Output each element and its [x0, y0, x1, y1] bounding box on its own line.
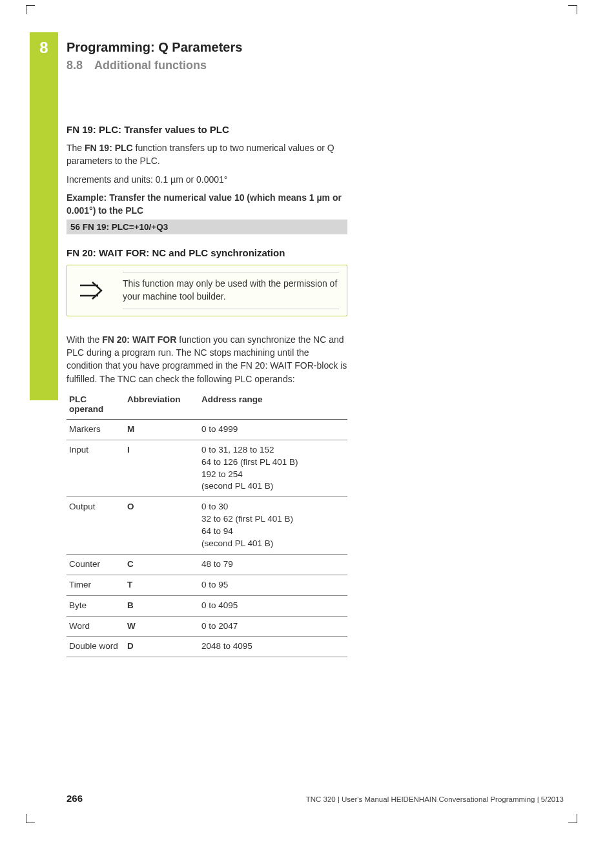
td-range: 0 to 4999 [199, 419, 347, 440]
td-operand: Counter [67, 554, 125, 575]
table-row: Double wordD2048 to 4095 [67, 637, 347, 657]
table-row: TimerT0 to 95 [67, 575, 347, 595]
footer-text: TNC 320 | User's Manual HEIDENHAIN Conve… [306, 795, 564, 803]
table-row: OutputO0 to 3032 to 62 (first PL 401 B)6… [67, 497, 347, 555]
td-abbr: I [125, 440, 199, 497]
bold-span: FN 19: PLC [85, 143, 133, 153]
bold-span: FN 20: WAIT FOR [102, 334, 176, 345]
td-range: 2048 to 4095 [199, 637, 347, 657]
td-operand: Byte [67, 595, 125, 616]
page-body: Programming: Q Parameters 8.8Additional … [67, 40, 347, 657]
td-operand: Markers [67, 419, 125, 440]
fn19-paragraph-1: The FN 19: PLC function transfers up to … [67, 141, 347, 168]
plc-operands-table: PLC operand Abbreviation Address range M… [67, 391, 347, 657]
td-operand: Output [67, 497, 125, 555]
td-abbr: B [125, 595, 199, 616]
page-number: 266 [67, 793, 83, 804]
section-number: 8.8 [67, 59, 83, 72]
text-span: With the [67, 334, 102, 345]
arrow-right-icon [75, 278, 111, 303]
td-abbr: M [125, 419, 199, 440]
td-abbr: O [125, 497, 199, 555]
fn19-example-label: Example: Transfer the numerical value 10… [67, 191, 347, 218]
section-heading: 8.8Additional functions [67, 59, 347, 72]
td-range: 0 to 31, 128 to 15264 to 126 (first PL 4… [199, 440, 347, 497]
fn19-code-block: 56 FN 19: PLC=+10/+Q3 [67, 220, 347, 234]
crop-mark-br [568, 814, 577, 823]
fn20-paragraph-1: With the FN 20: WAIT FOR function you ca… [67, 333, 347, 385]
page-footer: 266 TNC 320 | User's Manual HEIDENHAIN C… [67, 793, 564, 804]
td-range: 0 to 4095 [199, 595, 347, 616]
side-accent-bar [30, 32, 58, 400]
th-abbr: Abbreviation [125, 391, 199, 420]
fn19-paragraph-2: Increments and units: 0.1 µm or 0.0001° [67, 173, 347, 186]
crop-mark-tl [26, 5, 35, 14]
td-abbr: T [125, 575, 199, 595]
th-range: Address range [199, 391, 347, 420]
td-range: 0 to 3032 to 62 (first PL 401 B)64 to 94… [199, 497, 347, 555]
th-operand: PLC operand [67, 391, 125, 420]
table-row: ByteB0 to 4095 [67, 595, 347, 616]
table-row: InputI0 to 31, 128 to 15264 to 126 (firs… [67, 440, 347, 497]
td-operand: Word [67, 616, 125, 637]
td-operand: Input [67, 440, 125, 497]
note-text: This function may only be used with the … [123, 272, 339, 309]
crop-mark-bl [26, 814, 35, 823]
crop-mark-tr [568, 5, 577, 14]
table-row: MarkersM0 to 4999 [67, 419, 347, 440]
td-abbr: D [125, 637, 199, 657]
section-title: Additional functions [94, 59, 207, 72]
chapter-number: 8 [30, 39, 58, 57]
td-range: 0 to 95 [199, 575, 347, 595]
td-operand: Double word [67, 637, 125, 657]
fn20-heading: FN 20: WAIT FOR: NC and PLC synchronizat… [67, 247, 347, 258]
table-row: CounterC48 to 79 [67, 554, 347, 575]
text-span: The [67, 143, 85, 153]
table-row: WordW0 to 2047 [67, 616, 347, 637]
td-abbr: C [125, 554, 199, 575]
td-abbr: W [125, 616, 199, 637]
td-range: 0 to 2047 [199, 616, 347, 637]
td-range: 48 to 79 [199, 554, 347, 575]
chapter-title: Programming: Q Parameters [67, 40, 347, 55]
td-operand: Timer [67, 575, 125, 595]
note-box: This function may only be used with the … [67, 265, 347, 316]
fn19-heading: FN 19: PLC: Transfer values to PLC [67, 124, 347, 135]
